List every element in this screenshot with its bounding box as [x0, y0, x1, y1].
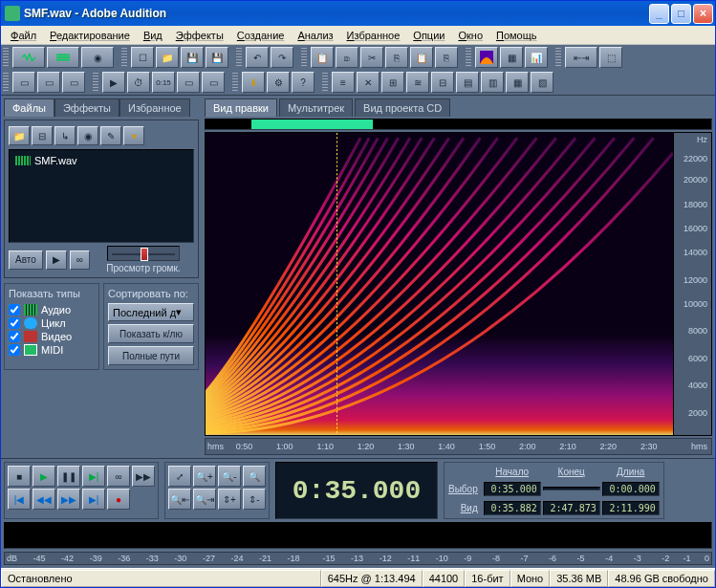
open-icon[interactable]: 📁: [156, 47, 179, 68]
level-meter-icon[interactable]: ▭: [202, 72, 225, 93]
view-end[interactable]: 2:47.873: [543, 501, 600, 515]
zoom-vert-out-icon[interactable]: ⇕-: [243, 489, 266, 510]
sel-start[interactable]: 0:35.000: [484, 482, 541, 496]
cd-view-icon[interactable]: ◉: [81, 47, 114, 68]
menu-file[interactable]: Файл: [5, 28, 42, 43]
menu-edit[interactable]: Редактирование: [44, 28, 136, 43]
save-copy-icon[interactable]: 💾: [206, 47, 228, 68]
menu-analysis[interactable]: Анализ: [292, 28, 338, 43]
toolbar-grip[interactable]: [466, 48, 471, 67]
new-icon[interactable]: ☐: [131, 47, 154, 68]
multitrack-view-icon[interactable]: [47, 47, 79, 68]
fx-9-icon[interactable]: ▧: [531, 72, 553, 93]
menu-window[interactable]: Окно: [452, 28, 488, 43]
pause-icon[interactable]: ❚❚: [57, 466, 80, 487]
view-start[interactable]: 0:35.882: [484, 501, 541, 515]
show-type-audio[interactable]: Аудио: [9, 303, 95, 316]
full-paths-button[interactable]: Полные пути: [108, 346, 194, 365]
zoom-sel-icon[interactable]: 🔍: [243, 466, 266, 487]
toolbar-grip[interactable]: [322, 73, 328, 92]
view-tab-cd[interactable]: Вид проекта CD: [355, 98, 450, 117]
overview-selection[interactable]: [251, 120, 373, 129]
menu-create[interactable]: Создание: [231, 28, 291, 43]
close-button[interactable]: ×: [693, 4, 713, 24]
close-file-icon[interactable]: ⊟: [32, 126, 53, 145]
menu-favorites[interactable]: Избранное: [341, 28, 406, 43]
zoom-in-right-icon[interactable]: 🔍⇥: [193, 489, 216, 510]
view-length[interactable]: 2:11.990: [602, 501, 660, 515]
time-select-tool-icon[interactable]: ⇤⇥: [565, 47, 597, 68]
import-file-icon[interactable]: 📁: [9, 126, 30, 145]
zoom-vert-in-icon[interactable]: ⇕+: [218, 489, 241, 510]
rewind-icon[interactable]: ◀◀: [33, 489, 55, 510]
sidebar-tab-files[interactable]: Файлы: [4, 98, 54, 117]
panel-1-icon[interactable]: ▭: [12, 72, 35, 93]
play-to-end-icon[interactable]: ▶|: [82, 466, 105, 487]
toolbar-grip[interactable]: [93, 73, 98, 92]
timer-icon[interactable]: ⏱: [127, 72, 150, 93]
time-format-icon[interactable]: 0:15: [152, 72, 175, 93]
menu-view[interactable]: Вид: [138, 28, 168, 43]
trim-icon[interactable]: ⎄: [336, 47, 358, 68]
preview-play-icon[interactable]: ▶: [46, 250, 67, 270]
fx-4-icon[interactable]: ≋: [406, 72, 429, 93]
show-hint-button[interactable]: Показать к/лю: [108, 324, 194, 343]
panel-2-icon[interactable]: ▭: [37, 72, 60, 93]
stop-icon[interactable]: ■: [8, 466, 31, 487]
show-type-midi[interactable]: MIDI: [9, 343, 95, 357]
sel-end[interactable]: [543, 487, 600, 490]
toolbar-grip[interactable]: [301, 48, 307, 67]
level-meter[interactable]: [4, 522, 712, 549]
undo-icon[interactable]: ↶: [246, 47, 269, 68]
zoom-in-left-icon[interactable]: 🔍⇤: [168, 489, 191, 510]
toolbar-grip[interactable]: [121, 48, 127, 67]
fx-6-icon[interactable]: ▤: [456, 72, 479, 93]
zoom-in-icon[interactable]: 🔍+: [193, 466, 216, 487]
minimize-button[interactable]: _: [649, 4, 669, 24]
fx-8-icon[interactable]: ▦: [506, 72, 529, 93]
maximize-button[interactable]: □: [671, 4, 691, 24]
waveform-view-icon[interactable]: [12, 47, 45, 68]
zoom-full-icon[interactable]: ⤢: [168, 466, 191, 487]
view-tab-edit[interactable]: Вид правки: [205, 98, 277, 117]
forward-icon[interactable]: ▶▶: [57, 489, 80, 510]
go-end-icon[interactable]: ▶|: [82, 489, 105, 510]
marker-play-icon[interactable]: ▶: [102, 72, 125, 93]
toolbar-grip[interactable]: [3, 73, 9, 92]
fx-2-icon[interactable]: ✕: [357, 72, 380, 93]
fx-3-icon[interactable]: ⊞: [381, 72, 404, 93]
insert-multitrack-icon[interactable]: ↳: [54, 126, 76, 145]
spectrogram-display[interactable]: [206, 133, 673, 435]
titlebar[interactable]: SMF.wav - Adobe Audition _ □ ×: [1, 1, 715, 26]
show-type-loop[interactable]: Цикл: [9, 316, 95, 330]
play-icon[interactable]: ▶: [33, 466, 55, 487]
preview-loop-icon[interactable]: ∞: [70, 250, 90, 270]
insert-cd-icon[interactable]: ◉: [77, 126, 98, 145]
fx-5-icon[interactable]: ⊟: [431, 72, 454, 93]
menu-effects[interactable]: Эффекты: [170, 28, 229, 43]
sidebar-tab-favorites[interactable]: Избранное: [119, 98, 190, 117]
toolbar-grip[interactable]: [232, 73, 238, 92]
redo-icon[interactable]: ↷: [271, 47, 293, 68]
file-list[interactable]: SMF.wav: [9, 149, 194, 243]
mix-paste-icon[interactable]: ⎘: [435, 47, 458, 68]
selection-panel-icon[interactable]: ▭: [177, 72, 200, 93]
options-icon[interactable]: ▾: [123, 126, 144, 145]
marquee-tool-icon[interactable]: ⬚: [599, 47, 622, 68]
view-tab-multitrack[interactable]: Мультитрек: [279, 98, 353, 117]
help-icon[interactable]: ?: [292, 72, 315, 93]
toolbar-grip[interactable]: [555, 48, 561, 67]
toolbar-grip[interactable]: [3, 48, 9, 67]
zoom-out-icon[interactable]: 🔍-: [218, 466, 241, 487]
cut-icon[interactable]: ✂: [360, 47, 383, 68]
copy-new-icon[interactable]: 📋: [311, 47, 334, 68]
menu-help[interactable]: Помощь: [490, 28, 543, 43]
play-loop-icon[interactable]: ∞: [107, 466, 130, 487]
convert-icon[interactable]: ⬇: [242, 72, 265, 93]
file-item[interactable]: SMF.wav: [13, 154, 189, 167]
sidebar-tab-effects[interactable]: Эффекты: [54, 98, 119, 117]
sel-length[interactable]: 0:00.000: [602, 482, 660, 496]
panel-3-icon[interactable]: ▭: [62, 72, 85, 93]
preview-volume-slider[interactable]: [107, 246, 180, 261]
time-ruler[interactable]: hms 0:50 1:00 1:10 1:20 1:30 1:40 1:50 2…: [205, 438, 712, 455]
